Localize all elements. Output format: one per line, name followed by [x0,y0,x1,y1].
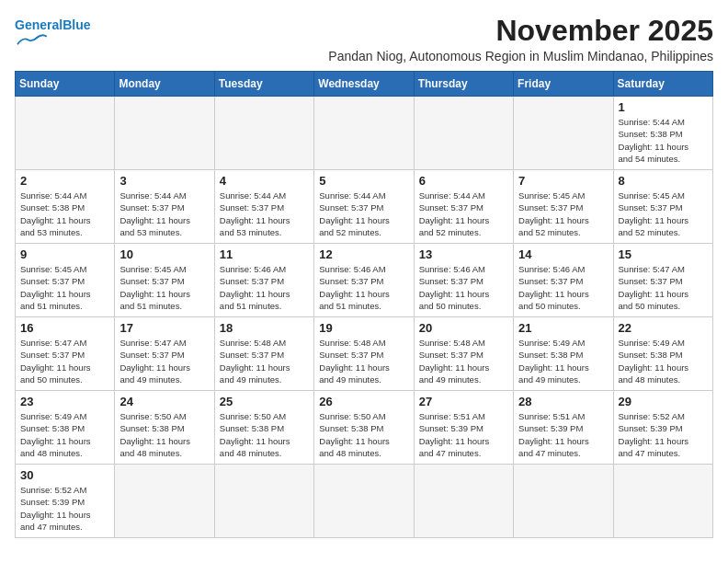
header-cell-thursday: Thursday [414,72,513,97]
day-cell: 3Sunrise: 5:44 AM Sunset: 5:37 PM Daylig… [115,170,214,244]
day-cell: 27Sunrise: 5:51 AM Sunset: 5:39 PM Dayli… [414,391,513,465]
day-cell: 16Sunrise: 5:47 AM Sunset: 5:37 PM Dayli… [16,317,115,391]
day-number: 8 [619,174,708,188]
day-info: Sunrise: 5:44 AM Sunset: 5:37 PM Dayligh… [319,190,408,238]
week-row-3: 9Sunrise: 5:45 AM Sunset: 5:37 PM Daylig… [16,244,713,317]
header-cell-saturday: Saturday [613,72,712,97]
day-cell [115,465,214,538]
day-cell: 22Sunrise: 5:49 AM Sunset: 5:38 PM Dayli… [613,317,712,391]
day-info: Sunrise: 5:45 AM Sunset: 5:37 PM Dayligh… [20,263,109,312]
day-info: Sunrise: 5:46 AM Sunset: 5:37 PM Dayligh… [319,263,408,312]
day-cell: 4Sunrise: 5:44 AM Sunset: 5:37 PM Daylig… [214,170,313,244]
day-info: Sunrise: 5:48 AM Sunset: 5:37 PM Dayligh… [220,337,309,385]
day-info: Sunrise: 5:52 AM Sunset: 5:39 PM Dayligh… [20,484,109,533]
day-number: 16 [20,321,109,335]
day-info: Sunrise: 5:48 AM Sunset: 5:37 PM Dayligh… [419,337,508,385]
day-cell: 25Sunrise: 5:50 AM Sunset: 5:38 PM Dayli… [214,391,313,465]
day-info: Sunrise: 5:50 AM Sunset: 5:38 PM Dayligh… [119,410,209,459]
day-number: 28 [518,395,608,408]
calendar-header: SundayMondayTuesdayWednesdayThursdayFrid… [16,72,713,97]
day-cell: 7Sunrise: 5:45 AM Sunset: 5:37 PM Daylig… [514,170,613,244]
day-info: Sunrise: 5:46 AM Sunset: 5:37 PM Dayligh… [518,263,608,312]
day-info: Sunrise: 5:44 AM Sunset: 5:38 PM Dayligh… [619,116,708,165]
day-info: Sunrise: 5:50 AM Sunset: 5:38 PM Dayligh… [220,410,309,459]
day-number: 17 [119,321,209,335]
day-cell: 8Sunrise: 5:45 AM Sunset: 5:37 PM Daylig… [613,170,712,244]
day-number: 10 [119,247,209,261]
day-cell: 1Sunrise: 5:44 AM Sunset: 5:38 PM Daylig… [613,97,712,170]
day-cell: 26Sunrise: 5:50 AM Sunset: 5:38 PM Dayli… [314,391,414,465]
day-cell: 29Sunrise: 5:52 AM Sunset: 5:39 PM Dayli… [613,391,712,465]
day-info: Sunrise: 5:47 AM Sunset: 5:37 PM Dayligh… [119,337,209,385]
day-cell [613,465,712,538]
header-row: SundayMondayTuesdayWednesdayThursdayFrid… [16,72,713,97]
day-info: Sunrise: 5:49 AM Sunset: 5:38 PM Dayligh… [518,337,608,385]
day-number: 3 [119,174,209,188]
day-number: 20 [419,321,508,335]
day-cell: 23Sunrise: 5:49 AM Sunset: 5:38 PM Dayli… [16,391,115,465]
day-cell [314,465,414,538]
day-cell [514,465,613,538]
week-row-6: 30Sunrise: 5:52 AM Sunset: 5:39 PM Dayli… [16,465,713,538]
day-number: 18 [220,321,309,335]
calendar-table: SundayMondayTuesdayWednesdayThursdayFrid… [15,71,713,538]
day-number: 4 [220,174,309,188]
day-info: Sunrise: 5:51 AM Sunset: 5:39 PM Dayligh… [518,410,608,459]
logo-icon [15,30,48,51]
location-title: Pandan Niog, Autonomous Region in Muslim… [108,49,713,63]
day-cell [115,97,214,170]
day-info: Sunrise: 5:49 AM Sunset: 5:38 PM Dayligh… [619,337,708,385]
day-info: Sunrise: 5:50 AM Sunset: 5:38 PM Dayligh… [319,410,408,459]
day-info: Sunrise: 5:46 AM Sunset: 5:37 PM Dayligh… [220,263,309,312]
day-cell: 13Sunrise: 5:46 AM Sunset: 5:37 PM Dayli… [414,244,513,317]
day-info: Sunrise: 5:44 AM Sunset: 5:38 PM Dayligh… [20,190,109,238]
day-cell: 10Sunrise: 5:45 AM Sunset: 5:37 PM Dayli… [115,244,214,317]
day-info: Sunrise: 5:47 AM Sunset: 5:37 PM Dayligh… [20,337,109,385]
day-cell: 11Sunrise: 5:46 AM Sunset: 5:37 PM Dayli… [214,244,313,317]
day-cell [214,97,313,170]
day-cell: 14Sunrise: 5:46 AM Sunset: 5:37 PM Dayli… [514,244,613,317]
week-row-2: 2Sunrise: 5:44 AM Sunset: 5:38 PM Daylig… [16,170,713,244]
day-number: 6 [419,174,508,188]
day-number: 25 [220,395,309,408]
header-cell-monday: Monday [115,72,214,97]
week-row-1: 1Sunrise: 5:44 AM Sunset: 5:38 PM Daylig… [16,97,713,170]
day-cell [16,97,115,170]
day-cell [514,97,613,170]
day-cell: 2Sunrise: 5:44 AM Sunset: 5:38 PM Daylig… [16,170,115,244]
month-title: November 2025 [108,15,713,47]
day-info: Sunrise: 5:49 AM Sunset: 5:38 PM Dayligh… [20,410,109,459]
day-number: 21 [518,321,608,335]
header-cell-friday: Friday [514,72,613,97]
day-info: Sunrise: 5:48 AM Sunset: 5:37 PM Dayligh… [319,337,408,385]
day-number: 22 [619,321,708,335]
day-info: Sunrise: 5:47 AM Sunset: 5:37 PM Dayligh… [619,263,708,312]
day-number: 24 [119,395,209,408]
day-number: 12 [319,247,408,261]
week-row-5: 23Sunrise: 5:49 AM Sunset: 5:38 PM Dayli… [16,391,713,465]
day-cell [314,97,414,170]
title-block: November 2025 Pandan Niog, Autonomous Re… [90,15,713,63]
day-info: Sunrise: 5:51 AM Sunset: 5:39 PM Dayligh… [419,410,508,459]
header: GeneralBlue November 2025 Pandan Niog, A… [15,15,713,63]
day-number: 29 [619,395,708,408]
day-info: Sunrise: 5:44 AM Sunset: 5:37 PM Dayligh… [220,190,309,238]
day-cell: 9Sunrise: 5:45 AM Sunset: 5:37 PM Daylig… [16,244,115,317]
day-number: 13 [419,247,508,261]
day-info: Sunrise: 5:44 AM Sunset: 5:37 PM Dayligh… [419,190,508,238]
day-info: Sunrise: 5:45 AM Sunset: 5:37 PM Dayligh… [119,263,209,312]
day-cell [414,465,513,538]
day-cell: 6Sunrise: 5:44 AM Sunset: 5:37 PM Daylig… [414,170,513,244]
day-info: Sunrise: 5:44 AM Sunset: 5:37 PM Dayligh… [119,190,209,238]
day-number: 7 [518,174,608,188]
day-cell [414,97,513,170]
day-cell: 15Sunrise: 5:47 AM Sunset: 5:37 PM Dayli… [613,244,712,317]
day-cell: 21Sunrise: 5:49 AM Sunset: 5:38 PM Dayli… [514,317,613,391]
day-cell: 19Sunrise: 5:48 AM Sunset: 5:37 PM Dayli… [314,317,414,391]
day-cell: 30Sunrise: 5:52 AM Sunset: 5:39 PM Dayli… [16,465,115,538]
header-cell-tuesday: Tuesday [214,72,313,97]
day-cell: 17Sunrise: 5:47 AM Sunset: 5:37 PM Dayli… [115,317,214,391]
header-cell-sunday: Sunday [16,72,115,97]
week-row-4: 16Sunrise: 5:47 AM Sunset: 5:37 PM Dayli… [16,317,713,391]
day-number: 26 [319,395,408,408]
